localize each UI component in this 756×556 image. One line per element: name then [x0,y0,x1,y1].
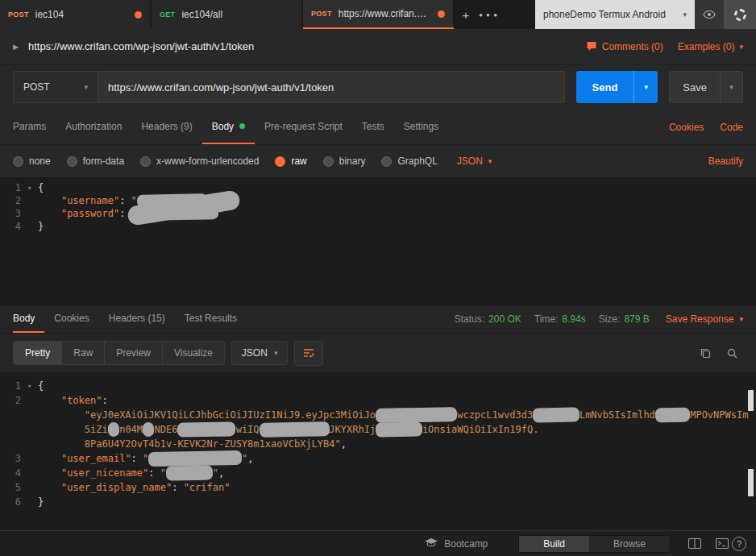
bootcamp-button[interactable]: Bootcamp [425,538,488,550]
send-options-button[interactable]: ▾ [633,71,658,103]
code-segment: } [38,496,44,508]
fold-slot [27,194,38,207]
code-segment: n04M [119,424,143,435]
code-segment [38,424,85,435]
fold-caret-icon[interactable]: ▾ [27,181,38,194]
save-options-button[interactable]: ▾ [720,72,742,102]
save-response-dropdown[interactable]: Save Response ▾ [666,313,743,325]
chevron-down-icon: ▾ [729,83,733,91]
unsaved-dot [438,10,445,18]
body-mode-raw[interactable]: raw [275,156,306,167]
environment-quick-look-button[interactable] [695,0,724,29]
redaction-scribble [177,421,236,437]
body-mode-binary[interactable]: binary [323,156,366,167]
view-pretty[interactable]: Pretty [14,342,62,364]
raw-format-selector[interactable]: JSON ▾ [457,156,492,167]
body-mode-graphql[interactable]: GraphQL [381,156,437,167]
tab-params[interactable]: Params [13,110,56,144]
view-visualize[interactable]: Visualize [163,342,224,364]
url-input[interactable] [98,71,565,103]
request-tab-crifan-token[interactable]: POST https://www.crifan.com... [303,0,455,29]
redaction-scribble [533,407,579,422]
help-button[interactable]: ? [732,537,746,551]
request-tab-iec104-all[interactable]: GET iec104/all [152,0,303,29]
code-segment [38,409,85,421]
request-body-editor[interactable]: 1▾{2 "username": " ",3 "password": " "4} [0,177,756,305]
body-present-dot [239,123,245,129]
code-segment: , [341,438,347,450]
two-pane-view-button[interactable] [688,538,701,549]
browse-tab[interactable]: Browse [589,536,670,552]
wrap-lines-button[interactable] [294,341,323,366]
fold-slot [27,408,38,422]
send-button[interactable]: Send ▾ [576,71,658,103]
response-format-selector[interactable]: JSON ▾ [231,341,289,365]
scrollbar-mark[interactable] [748,390,754,411]
tab-settings[interactable]: Settings [394,110,448,144]
more-tabs-button[interactable]: ● ● ● [477,0,500,29]
redaction-scribble [376,407,457,423]
method-label: POST [23,81,50,93]
line-number: 4 [0,466,27,480]
body-mode-row: none form-data x-www-form-urlencoded raw… [0,145,756,177]
code-segment: wczpcL1wvd3d3 [457,409,533,421]
response-tab-headers[interactable]: Headers (15) [99,305,175,333]
environment-selector[interactable]: phoneDemo Termux Android ▾ [535,0,695,29]
response-body-editor[interactable]: 1▾{2 "token": "eyJ0eXAiOiJKV1QiLCJhbGciO… [0,372,756,530]
code-segment: , [218,467,224,479]
line-number: 2 [0,393,27,408]
body-mode-none[interactable]: none [13,156,51,167]
fold-caret-icon[interactable]: ▾ [27,379,38,393]
save-button[interactable]: Save ▾ [669,71,743,103]
build-tab[interactable]: Build [519,536,589,552]
response-tab-test-results[interactable]: Test Results [175,305,247,333]
settings-button[interactable] [724,0,756,29]
code-segment: { [38,380,44,392]
method-selector[interactable]: POST ▾ [13,71,98,103]
tab-pre-request-script[interactable]: Pre-request Script [255,110,352,144]
request-tab-iec104[interactable]: POST iec104 [0,0,152,29]
code-line: "eyJ0eXAiOiJKV1QiLCJhbGciOiJIUzI1NiJ9.ey… [0,408,756,422]
beautify-button[interactable]: Beautify [708,156,743,167]
code-segment: 8Pa6U4Y2OvT4b1v-KEVK2Nr-ZUSY8m1xaoVCbXjL… [85,438,341,450]
code-segment: "crifan" [184,482,231,493]
code-segment: , [247,453,253,464]
view-preview[interactable]: Preview [105,342,163,364]
body-mode-form-data[interactable]: form-data [67,156,124,167]
size-label: Size: [599,313,621,325]
collapse-arrow-icon[interactable]: ▶ [13,43,19,51]
status-bar: Bootcamp Build Browse ? [0,530,756,556]
view-raw[interactable]: Raw [62,342,105,364]
console-button[interactable] [716,538,729,549]
code-segment: : [102,395,107,406]
new-tab-button[interactable]: + [455,0,477,29]
examples-label: Examples (0) [678,41,735,52]
response-tab-cookies[interactable]: Cookies [44,305,98,333]
chevron-down-icon: ▾ [683,10,687,19]
cookies-link[interactable]: Cookies [669,122,704,133]
tab-tests[interactable]: Tests [352,110,394,144]
search-response-button[interactable] [726,347,738,359]
copy-response-button[interactable] [700,347,712,359]
tab-headers[interactable]: Headers (9) [131,110,201,144]
code-line: 2 "username": " ", [0,194,756,207]
chevron-down-icon: ▾ [739,43,743,51]
tab-body[interactable]: Body [202,110,255,144]
raw-format-label: JSON [457,156,483,167]
tab-authorization[interactable]: Authorization [56,110,131,144]
method-badge: POST [8,10,29,19]
code-segment [38,438,85,450]
comments-button[interactable]: Comments (0) [586,41,663,52]
line-number [0,408,27,422]
body-mode-urlencoded[interactable]: x-www-form-urlencoded [140,156,259,167]
code-line: 5 "user_display_name": "crifan" [0,480,756,495]
search-icon [726,347,738,359]
response-tab-body[interactable]: Body [13,305,44,333]
examples-dropdown[interactable]: Examples (0) ▾ [678,41,743,52]
fold-slot [27,422,38,437]
request-tabs: Params Authorization Headers (9) Body Pr… [0,110,756,145]
environment-area: phoneDemo Termux Android ▾ [535,0,724,29]
scrollbar-mark[interactable] [748,469,754,496]
save-response-label: Save Response [666,313,734,325]
code-link[interactable]: Code [720,122,743,133]
